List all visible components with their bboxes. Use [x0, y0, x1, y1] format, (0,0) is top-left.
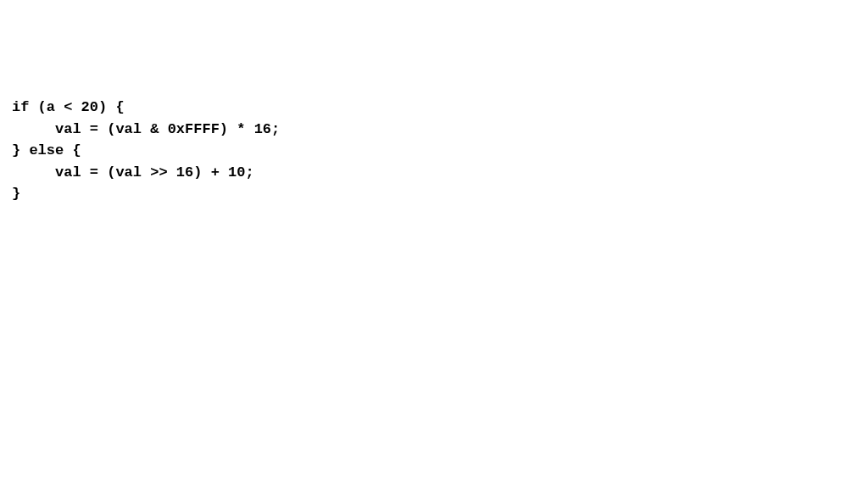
code-line-5: }: [12, 186, 20, 202]
code-snippet: if (a < 20) { val = (val & 0xFFFF) * 16;…: [12, 97, 856, 205]
code-line-3: } else {: [12, 142, 81, 158]
code-line-4: val = (val >> 16) + 10;: [12, 164, 254, 181]
code-line-1: if (a < 20) {: [12, 99, 125, 115]
code-line-2: val = (val & 0xFFFF) * 16;: [12, 121, 280, 137]
